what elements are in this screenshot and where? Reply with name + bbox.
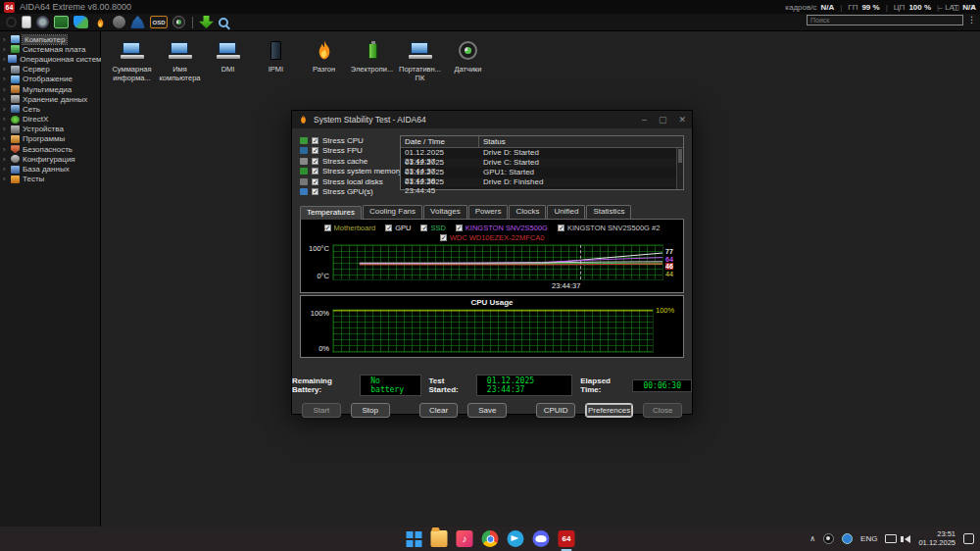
speaker-icon — [11, 85, 20, 93]
sidebar-item-display[interactable]: ›Отображение — [0, 75, 100, 84]
legend-ssd[interactable]: ✓SSD — [420, 224, 445, 232]
log-header-datetime[interactable]: Date / Time — [401, 136, 479, 147]
log-row[interactable]: 01.12.2025 23:44:38GPU1: Started — [401, 168, 683, 177]
sst-minimize-button[interactable]: – — [642, 115, 647, 125]
preferences-button[interactable]: Preferences — [585, 403, 633, 418]
stress-disks-option[interactable]: ✓Stress local disks — [300, 176, 394, 187]
stress-cache-option[interactable]: ✓Stress cache — [300, 156, 394, 167]
sidebar-item-software[interactable]: ›Программы — [0, 134, 100, 144]
clear-button[interactable]: Clear — [419, 403, 459, 418]
stress-memory-option[interactable]: ✓Stress system memory — [300, 167, 394, 177]
network-tray-icon[interactable] — [885, 534, 897, 543]
sidebar-item-directx[interactable]: ›DirectX — [0, 115, 100, 125]
start-button[interactable]: Start — [302, 403, 341, 418]
start-button[interactable] — [406, 530, 422, 547]
tab-unified[interactable]: Unified — [547, 205, 585, 219]
file-explorer-icon[interactable] — [431, 530, 448, 547]
log-header-status[interactable]: Status — [479, 136, 510, 147]
legend-kingston-2[interactable]: ✓KINGSTON SNV2S500G #2 — [558, 224, 661, 232]
chrome-icon[interactable] — [482, 530, 499, 547]
computer-name-item[interactable]: Имя компьютера — [157, 39, 203, 82]
close-button[interactable]: Close — [643, 403, 682, 418]
stress-fpu-option[interactable]: ✓Stress FPU — [300, 146, 394, 157]
flame-icon[interactable] — [93, 16, 108, 28]
update-download-icon[interactable] — [199, 16, 214, 28]
checkbox-checked-icon[interactable]: ✓ — [312, 158, 318, 165]
lat-label: LAT — [945, 3, 958, 12]
telegram-icon[interactable] — [508, 530, 524, 547]
sidebar-item-storage[interactable]: ›Хранение данных — [0, 94, 100, 104]
clock[interactable]: 23:51 01.12.2025 — [918, 530, 956, 547]
portable-pc-item[interactable]: Портативн... ПК — [397, 39, 443, 82]
benchmark-icon[interactable] — [74, 16, 88, 28]
stop-button[interactable]: Stop — [351, 403, 390, 418]
checkbox-checked-icon[interactable]: ✓ — [312, 178, 318, 185]
legend-gpu[interactable]: ✓GPU — [385, 224, 411, 232]
checkbox-checked-icon[interactable]: ✓ — [312, 137, 318, 144]
user-icon[interactable] — [130, 16, 145, 28]
sidebar-item-motherboard[interactable]: ›Системная плата — [0, 44, 100, 54]
power-item[interactable]: Электропи... — [349, 39, 395, 82]
report-icon[interactable] — [22, 16, 31, 28]
save-button[interactable]: Save — [467, 403, 507, 418]
tab-temperatures[interactable]: Temperatures — [300, 206, 362, 220]
sst-close-button[interactable]: ✕ — [678, 115, 686, 125]
checkbox-checked-icon[interactable]: ✓ — [312, 168, 318, 175]
aida64-taskbar-icon[interactable]: 64 — [559, 530, 575, 547]
checkbox-checked-icon[interactable]: ✓ — [312, 147, 318, 154]
search-input[interactable] — [807, 15, 963, 25]
stress-cpu-option[interactable]: ✓Stress CPU — [300, 135, 394, 146]
tab-cooling-fans[interactable]: Cooling Fans — [363, 205, 422, 219]
log-row[interactable]: 01.12.2025 23:44:45Drive D: Finished — [401, 177, 683, 187]
volume-icon[interactable] — [905, 535, 910, 543]
sst-maximize-button[interactable]: ▢ — [659, 115, 667, 125]
osd-icon[interactable]: OSD — [150, 16, 168, 28]
sidebar-item-os[interactable]: ›Операционная система — [0, 54, 100, 64]
summary-item[interactable]: Суммарная информа... — [109, 39, 155, 82]
dmi-item[interactable]: DMI — [205, 39, 251, 82]
cpuid-button[interactable]: CPUID — [536, 403, 575, 418]
sidebar-item-computer[interactable]: ›Компьютер — [0, 34, 100, 44]
sidebar-item-config[interactable]: ›Конфигурация — [0, 154, 100, 164]
log-row[interactable]: 01.12.2025 23:44:37Drive C: Started — [401, 158, 683, 168]
tab-voltages[interactable]: Voltages — [423, 205, 467, 219]
overclock-item[interactable]: Разгон — [301, 39, 347, 82]
legend-motherboard[interactable]: ✓Motherboard — [324, 224, 376, 232]
legend-wdc[interactable]: ✓WDC WD10EZEX-22MFCA0 — [440, 233, 545, 242]
stress-gpu-option[interactable]: ✓Stress GPU(s) — [300, 187, 394, 198]
shield-icon — [11, 145, 20, 153]
sidebar-item-database[interactable]: ›База данных — [0, 164, 100, 174]
music-app-icon[interactable]: ♪ — [457, 530, 473, 547]
tray-app-icon[interactable] — [842, 533, 853, 544]
tab-clocks[interactable]: Clocks — [509, 205, 546, 219]
tray-overflow-chevron-icon[interactable]: ∧ — [809, 534, 815, 543]
sensors-item[interactable]: Датчики — [445, 39, 491, 82]
kebab-menu-icon[interactable]: ⋮ — [967, 16, 976, 25]
ipmi-item[interactable]: IPMI — [253, 39, 299, 82]
sidebar-item-devices[interactable]: ›Устройства — [0, 125, 100, 134]
toolbar-divider — [192, 17, 193, 28]
sensor-panel-icon[interactable] — [172, 16, 185, 28]
memory-icon[interactable] — [54, 16, 69, 28]
devices-icon — [11, 125, 20, 133]
tab-powers[interactable]: Powers — [468, 205, 509, 219]
log-row[interactable]: 01.12.2025 23:44:37Drive D: Started — [401, 148, 683, 158]
language-indicator[interactable]: ENG — [860, 534, 877, 543]
sidebar-item-server[interactable]: ›Сервер — [0, 65, 100, 75]
sidebar-item-tests[interactable]: ›Тесты — [0, 175, 100, 184]
discord-icon[interactable] — [533, 530, 550, 547]
sidebar-item-multimedia[interactable]: ›Мультимедиа — [0, 84, 100, 94]
legend-kingston-1[interactable]: ✓KINGSTON SNV2S500G — [456, 224, 548, 232]
tab-statistics[interactable]: Statistics — [586, 205, 631, 219]
sidebar-item-network[interactable]: ›Сеть — [0, 104, 100, 114]
database-icon — [11, 166, 20, 174]
gear-icon[interactable] — [113, 16, 125, 28]
checkbox-checked-icon[interactable]: ✓ — [312, 188, 318, 195]
log-scrollbar[interactable] — [676, 148, 683, 189]
search-icon[interactable] — [219, 18, 228, 27]
back-icon[interactable] — [6, 17, 17, 27]
notification-center-icon[interactable] — [963, 533, 974, 544]
sidebar-item-security[interactable]: ›Безопасность — [0, 144, 100, 154]
lens-icon[interactable] — [36, 16, 49, 28]
obs-tray-icon[interactable] — [823, 533, 834, 544]
